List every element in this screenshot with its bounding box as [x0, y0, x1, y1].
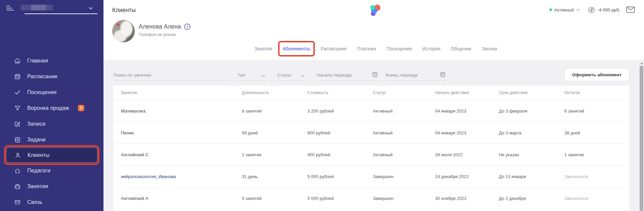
- menu-icon[interactable]: [6, 6, 14, 11]
- info-icon[interactable]: [184, 24, 190, 30]
- cell-lesson: Английский С: [121, 152, 242, 157]
- tab-label: Расписание: [321, 46, 347, 51]
- calendar-icon: [14, 73, 21, 80]
- table-row[interactable]: Английский С 1 занятие 400 рублей Активн…: [113, 143, 630, 165]
- home-icon: [14, 57, 21, 64]
- sidebar-item-label: Главная: [27, 58, 48, 64]
- table-row[interactable]: нейропсихология_Иванова 31 день 5 000 ру…: [113, 165, 630, 187]
- calendar-icon: [440, 72, 445, 77]
- tab-subscriptions[interactable]: Абонементы: [283, 44, 310, 53]
- sidebar-nav: Главная Расписание Посещения Воронка про…: [0, 53, 103, 210]
- ruble-icon: [588, 7, 595, 13]
- cell-status: Завершен: [373, 196, 435, 201]
- sidebar-item-records[interactable]: Записи: [0, 116, 103, 132]
- tab-schedule[interactable]: Расписание: [321, 44, 347, 53]
- page-title: Клиенты: [112, 7, 136, 14]
- tab-lessons[interactable]: Занятия: [254, 44, 272, 53]
- column-header: Стоимость: [307, 90, 373, 95]
- sidebar-item-teachers[interactable]: Педагоги: [0, 163, 103, 178]
- mail-button[interactable]: [626, 6, 635, 13]
- period-start-field[interactable]: Начало периода: [317, 70, 378, 81]
- teacher-icon: [14, 167, 21, 174]
- tab-history[interactable]: История: [422, 44, 440, 53]
- subscriptions-table: Занятие Длительность Стоимость Статус На…: [113, 86, 630, 211]
- scrollbar-thumb[interactable]: [640, 66, 643, 211]
- sidebar-item-home[interactable]: Главная: [0, 53, 103, 69]
- main-area: Клиенты Аленова Алена Телефон не указан: [103, 0, 644, 211]
- type-select[interactable]: Тип: [238, 70, 266, 81]
- vertical-scrollbar[interactable]: [639, 60, 644, 211]
- status-filter-select[interactable]: Статус: [277, 70, 305, 81]
- cell-valid-until: До 2 декабря: [499, 196, 564, 201]
- tab-communication[interactable]: Общение: [451, 44, 471, 53]
- sidebar-item-lessons[interactable]: Занятия: [0, 178, 103, 194]
- sidebar-item-label: Клиенты: [28, 152, 50, 158]
- tab-label: Занятия: [254, 46, 272, 51]
- tab-label: Общение: [451, 46, 471, 51]
- chevron-down-icon: [262, 75, 265, 77]
- sidebar-item-label: Связь: [27, 199, 42, 205]
- app-logo-icon: [366, 4, 383, 19]
- sidebar-item-sales-funnel[interactable]: Воронка продаж 8: [0, 100, 103, 116]
- column-header: Длительность: [242, 90, 307, 95]
- sidebar-item-label: Задачи: [27, 137, 46, 143]
- client-status-select[interactable]: Активный: [549, 7, 579, 12]
- tab-calls[interactable]: Звонки: [482, 44, 497, 53]
- edit-icon: [14, 121, 21, 127]
- page-header: Клиенты Аленова Алена Телефон не указан: [103, 0, 644, 60]
- envelope-icon: [626, 6, 635, 13]
- cell-start-date: 04 января 2023: [435, 130, 499, 135]
- search-field[interactable]: [114, 70, 231, 81]
- balance-amount: -4 000 руб.: [597, 7, 620, 12]
- client-phone-note: Телефон не указан: [139, 32, 176, 37]
- create-subscription-button[interactable]: Оформить абонемент: [564, 68, 629, 81]
- sidebar-item-clients[interactable]: Клиенты: [6, 147, 97, 163]
- cell-cost: 5 000 рублей: [307, 174, 373, 179]
- sidebar-item-schedule[interactable]: Расписание: [0, 69, 103, 84]
- sidebar-item-communication[interactable]: Связь: [0, 194, 103, 210]
- check-icon: [14, 89, 21, 96]
- client-name-row: Аленова Алена: [139, 23, 190, 30]
- cell-cost: 5 000 рублей: [307, 196, 373, 201]
- subscriptions-content: Тип Статус Начало периода Конец периода …: [103, 60, 644, 211]
- workspace-underline: [25, 13, 97, 14]
- sidebar-item-label: Расписание: [27, 74, 57, 80]
- tab-label: Платежи: [357, 46, 376, 51]
- column-header: Занятие: [121, 90, 242, 95]
- sidebar-item-attendance[interactable]: Посещения: [0, 84, 103, 100]
- column-header: Статус: [373, 90, 435, 95]
- column-header: Начало действия: [435, 90, 499, 95]
- period-end-field[interactable]: Конец периода: [386, 70, 446, 81]
- client-avatar: [112, 20, 135, 42]
- table-row[interactable]: Английский А 5 занятий 5 000 рублей Заве…: [113, 187, 630, 209]
- cell-remaining: 1 занятие: [564, 152, 630, 157]
- balance-wrap: -4 000 руб.: [588, 7, 620, 13]
- cell-start-date: 14 декабря 2022: [435, 174, 499, 179]
- search-input[interactable]: [114, 73, 230, 78]
- tab-payments[interactable]: Платежи: [357, 44, 376, 53]
- mail-icon: [14, 199, 21, 206]
- cell-duration: 1 занятие: [242, 152, 307, 157]
- cell-status: Завершен: [373, 174, 435, 179]
- cell-duration: 59 дней: [242, 130, 307, 135]
- tab-label: Посещения: [387, 46, 412, 51]
- table-row[interactable]: Математика 8 занятий 3 200 рублей Активн…: [113, 100, 630, 122]
- sidebar-item-label: Воронка продаж: [27, 105, 69, 111]
- tab-visits[interactable]: Посещения: [387, 44, 412, 53]
- table-row[interactable]: Пение 59 дней 600 рублей Активный 04 янв…: [113, 122, 630, 143]
- scrollbar-up-arrow-icon[interactable]: [640, 62, 643, 64]
- cell-lesson: Английский А: [121, 196, 242, 201]
- tab-label: Звонки: [482, 46, 497, 51]
- table-header-row: Занятие Длительность Стоимость Статус На…: [113, 86, 630, 100]
- workspace-name-redacted[interactable]: [21, 5, 53, 10]
- cell-valid-until: Не указан: [499, 152, 564, 157]
- sidebar-item-label: Педагоги: [27, 168, 50, 174]
- cell-remaining: 38 дней: [564, 130, 630, 135]
- status-dot-icon: [549, 8, 552, 11]
- period-start-label: Начало периода: [317, 73, 351, 78]
- sidebar-item-tasks[interactable]: Задачи: [0, 132, 103, 147]
- cell-status: Активный: [373, 109, 435, 114]
- funnel-count-badge: 8: [78, 105, 84, 112]
- sidebar: Главная Расписание Посещения Воронка про…: [0, 0, 103, 211]
- cell-remaining: Закончился: [564, 174, 630, 179]
